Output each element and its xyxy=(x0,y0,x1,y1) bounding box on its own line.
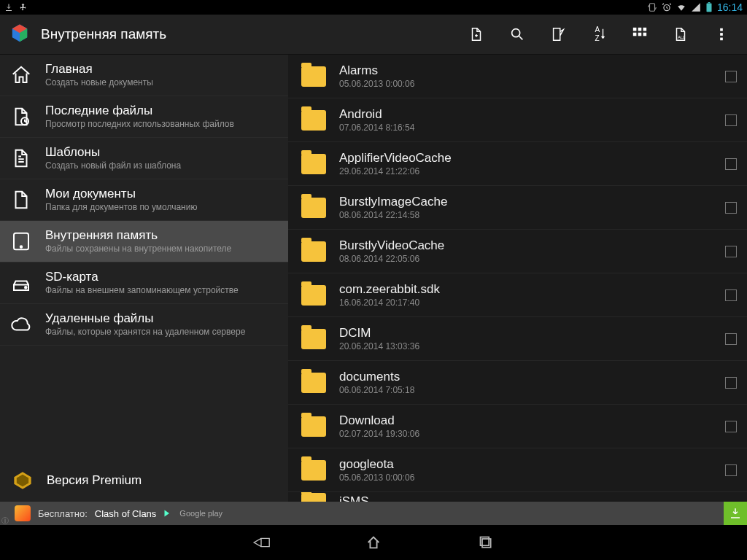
home-icon xyxy=(7,61,35,89)
folder-icon xyxy=(301,110,326,131)
checkbox[interactable] xyxy=(725,377,737,389)
edit-button[interactable] xyxy=(544,20,572,48)
sidebar-item-label: SD-карта xyxy=(45,270,279,284)
checkbox[interactable] xyxy=(725,71,737,82)
recent-icon xyxy=(7,103,35,131)
folder-row[interactable]: BurstlyImageCache08.06.2014 22:14:58 xyxy=(288,186,747,230)
sidebar-item-internal[interactable]: Внутренняя памятьФайлы сохранены на внут… xyxy=(0,221,288,262)
folder-row[interactable]: documents06.06.2014 7:05:18 xyxy=(288,361,747,405)
sidebar-item-mydocs[interactable]: Мои документыПапка для документов по умо… xyxy=(0,179,288,221)
sdcard-icon xyxy=(7,269,35,297)
back-button[interactable] xyxy=(245,526,277,559)
folder-row[interactable]: Alarms05.06.2013 0:00:06 xyxy=(288,55,747,98)
rotate-lock-icon xyxy=(647,2,657,12)
folder-name: Android xyxy=(339,107,712,122)
checkbox[interactable] xyxy=(725,289,737,301)
sidebar-item-sub: Создать новые документы xyxy=(45,77,279,89)
folder-name: BurstlyImageCache xyxy=(339,195,712,209)
select-all-button[interactable]: ALL xyxy=(667,20,694,48)
checkbox[interactable] xyxy=(725,246,737,257)
checkbox[interactable] xyxy=(725,114,737,126)
ad-download-button[interactable] xyxy=(724,502,747,525)
download-notif-icon xyxy=(4,3,13,12)
folder-row[interactable]: iSMS xyxy=(288,492,747,502)
folder-meta: 08.06.2014 22:05:06 xyxy=(339,254,712,264)
sidebar-item-label: Последние файлы xyxy=(45,104,279,118)
templates-icon xyxy=(7,144,35,172)
folder-name: BurstlyVideoCache xyxy=(339,238,712,253)
folder-name: com.zeerabbit.sdk xyxy=(339,282,712,297)
sidebar-item-sub: Создать новый файл из шаблона xyxy=(45,160,279,172)
sidebar-item-sub: Файлы сохранены на внутреннем накопителе xyxy=(45,244,279,255)
ad-banner[interactable]: i Бесплатно: Clash of Clans Google play xyxy=(0,502,747,525)
svg-point-7 xyxy=(512,29,520,37)
file-list[interactable]: Alarms05.06.2013 0:00:06 Android07.06.20… xyxy=(288,55,747,502)
folder-row[interactable]: Download02.07.2014 19:30:06 xyxy=(288,405,747,448)
overflow-menu-button[interactable] xyxy=(708,20,735,48)
search-button[interactable] xyxy=(503,20,531,48)
svg-rect-2 xyxy=(706,3,711,12)
sidebar-item-sub: Файлы, которые хранятся на удаленном сер… xyxy=(45,327,279,338)
folder-icon xyxy=(301,66,326,87)
checkbox[interactable] xyxy=(725,421,737,432)
recents-button[interactable] xyxy=(470,526,502,559)
folder-meta: 07.06.2014 8:16:54 xyxy=(339,122,712,133)
folder-name: DCIM xyxy=(339,326,712,341)
sidebar-item-remote[interactable]: Удаленные файлыФайлы, которые хранятся н… xyxy=(0,304,288,346)
sidebar-item-home[interactable]: ГлавнаяСоздать новые документы xyxy=(0,55,288,96)
folder-row[interactable]: googleota05.06.2013 0:00:06 xyxy=(288,448,747,492)
svg-rect-0 xyxy=(649,4,654,12)
folder-meta: 16.06.2014 20:17:40 xyxy=(339,298,712,308)
home-button[interactable] xyxy=(357,526,390,559)
folder-name: Download xyxy=(339,413,712,428)
page-title: Внутренняя память xyxy=(41,26,462,42)
folder-row[interactable]: com.zeerabbit.sdk16.06.2014 20:17:40 xyxy=(288,273,747,317)
svg-rect-19 xyxy=(720,38,723,41)
folder-meta: 08.06.2014 22:14:58 xyxy=(339,210,712,220)
checkbox[interactable] xyxy=(725,158,737,170)
view-grid-button[interactable] xyxy=(626,20,654,48)
signal-icon xyxy=(691,2,701,12)
document-icon xyxy=(7,186,35,214)
folder-meta: 05.06.2013 0:00:06 xyxy=(339,79,712,89)
svg-rect-18 xyxy=(720,33,723,36)
sidebar-item-templates[interactable]: ШаблоныСоздать новый файл из шаблона xyxy=(0,138,288,179)
app-logo-icon[interactable] xyxy=(6,20,34,48)
sidebar-item-label: Мои документы xyxy=(45,187,279,201)
svg-rect-3 xyxy=(708,2,711,3)
premium-button[interactable]: Версия Premium xyxy=(0,459,288,502)
folder-meta: 02.07.2014 19:30:06 xyxy=(339,429,712,439)
svg-rect-14 xyxy=(638,33,642,36)
folder-row[interactable]: Android07.06.2014 8:16:54 xyxy=(288,98,747,142)
ad-info-icon[interactable]: i xyxy=(1,517,9,524)
sort-az-button[interactable]: AZ xyxy=(585,20,613,48)
sidebar-item-sdcard[interactable]: SD-картаФайлы на внешнем запоминающем ус… xyxy=(0,262,288,304)
folder-row[interactable]: ApplifierVideoCache29.06.2014 21:22:06 xyxy=(288,142,747,186)
premium-label: Версия Premium xyxy=(47,473,142,488)
folder-name: iSMS xyxy=(339,494,737,502)
folder-meta: 06.06.2014 7:05:18 xyxy=(339,385,712,395)
folder-icon xyxy=(301,198,326,218)
svg-rect-11 xyxy=(638,28,642,31)
checkbox[interactable] xyxy=(725,202,737,214)
alarm-icon xyxy=(662,2,672,12)
battery-icon xyxy=(705,2,713,12)
folder-icon xyxy=(301,154,326,174)
new-file-button[interactable] xyxy=(462,20,490,48)
checkbox[interactable] xyxy=(725,333,737,345)
sidebar-item-sub: Файлы на внешнем запоминающем устройстве xyxy=(45,285,279,297)
svg-rect-12 xyxy=(643,28,647,31)
ad-app-icon xyxy=(15,505,31,521)
folder-row[interactable]: BurstlyVideoCache08.06.2014 22:05:06 xyxy=(288,230,747,273)
folder-icon xyxy=(301,493,326,502)
sidebar-item-label: Главная xyxy=(45,62,279,77)
folder-icon xyxy=(301,329,326,349)
ad-store: Google play xyxy=(179,509,222,518)
folder-row[interactable]: DCIM20.06.2014 13:03:36 xyxy=(288,317,747,361)
sidebar-item-recent[interactable]: Последние файлыПросмотр последних исполь… xyxy=(0,96,288,138)
cloud-icon xyxy=(7,311,35,338)
svg-text:Z: Z xyxy=(595,34,600,42)
ad-title: Clash of Clans xyxy=(95,508,157,519)
checkbox[interactable] xyxy=(725,464,737,476)
svg-text:ALL: ALL xyxy=(678,35,685,39)
